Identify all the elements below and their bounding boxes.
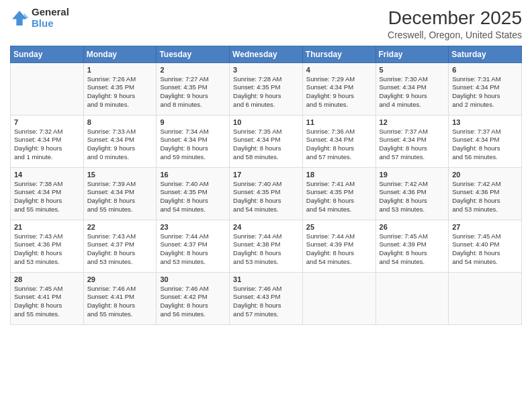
page-subtitle: Creswell, Oregon, United States [388,30,522,40]
calendar-cell: 31Sunrise: 7:46 AM Sunset: 4:43 PM Dayli… [230,272,303,324]
calendar-cell: 12Sunrise: 7:37 AM Sunset: 4:34 PM Dayli… [375,115,449,167]
calendar-cell: 29Sunrise: 7:46 AM Sunset: 4:41 PM Dayli… [83,272,157,324]
calendar-cell: 4Sunrise: 7:29 AM Sunset: 4:34 PM Daylig… [302,62,375,115]
logo-blue: Blue [32,18,69,30]
day-info: Sunrise: 7:29 AM Sunset: 4:34 PM Dayligh… [306,75,372,109]
calendar-cell: 23Sunrise: 7:44 AM Sunset: 4:37 PM Dayli… [157,220,230,272]
day-info: Sunrise: 7:26 AM Sunset: 4:35 PM Dayligh… [87,75,153,109]
calendar-cell: 24Sunrise: 7:44 AM Sunset: 4:38 PM Dayli… [230,220,303,272]
day-number: 7 [14,118,80,126]
calendar-cell: 14Sunrise: 7:38 AM Sunset: 4:34 PM Dayli… [11,167,84,220]
day-info: Sunrise: 7:39 AM Sunset: 4:34 PM Dayligh… [87,180,153,214]
col-tuesday: Tuesday [157,46,230,62]
calendar-cell: 7Sunrise: 7:32 AM Sunset: 4:34 PM Daylig… [11,115,84,167]
day-number: 31 [233,275,299,283]
calendar-cell: 18Sunrise: 7:41 AM Sunset: 4:35 PM Dayli… [302,167,375,220]
col-friday: Friday [375,46,449,62]
col-thursday: Thursday [302,46,375,62]
calendar-cell: 17Sunrise: 7:40 AM Sunset: 4:35 PM Dayli… [230,167,303,220]
day-number: 8 [87,118,153,126]
day-info: Sunrise: 7:45 AM Sunset: 4:40 PM Dayligh… [452,232,518,267]
page-container: General Blue December 2025 Creswell, Ore… [0,0,532,411]
day-info: Sunrise: 7:43 AM Sunset: 4:36 PM Dayligh… [14,232,80,267]
calendar-cell [11,62,84,115]
day-number: 13 [452,118,518,126]
day-info: Sunrise: 7:46 AM Sunset: 4:43 PM Dayligh… [233,285,299,319]
calendar-cell: 9Sunrise: 7:34 AM Sunset: 4:34 PM Daylig… [157,115,230,167]
calendar-cell: 1Sunrise: 7:26 AM Sunset: 4:35 PM Daylig… [83,62,157,115]
calendar-cell: 25Sunrise: 7:44 AM Sunset: 4:39 PM Dayli… [302,220,375,272]
calendar-cell: 21Sunrise: 7:43 AM Sunset: 4:36 PM Dayli… [11,220,84,272]
day-number: 22 [87,223,153,231]
day-info: Sunrise: 7:36 AM Sunset: 4:34 PM Dayligh… [306,128,372,162]
logo-icon [10,9,29,28]
calendar-cell: 6Sunrise: 7:31 AM Sunset: 4:34 PM Daylig… [449,62,522,115]
calendar-week-3: 14Sunrise: 7:38 AM Sunset: 4:34 PM Dayli… [11,167,522,220]
day-number: 26 [380,223,445,231]
calendar-cell: 28Sunrise: 7:45 AM Sunset: 4:41 PM Dayli… [11,272,84,324]
day-number: 20 [452,171,518,179]
calendar-cell: 19Sunrise: 7:42 AM Sunset: 4:36 PM Dayli… [375,167,449,220]
day-info: Sunrise: 7:42 AM Sunset: 4:36 PM Dayligh… [380,180,445,214]
day-number: 16 [160,171,226,179]
calendar-cell: 13Sunrise: 7:37 AM Sunset: 4:34 PM Dayli… [449,115,522,167]
day-number: 27 [452,223,518,231]
title-area: December 2025 Creswell, Oregon, United S… [388,7,522,40]
day-number: 29 [87,275,153,283]
day-info: Sunrise: 7:34 AM Sunset: 4:34 PM Dayligh… [160,128,226,162]
header: General Blue December 2025 Creswell, Ore… [10,7,522,40]
day-info: Sunrise: 7:33 AM Sunset: 4:34 PM Dayligh… [87,128,153,162]
day-info: Sunrise: 7:31 AM Sunset: 4:34 PM Dayligh… [452,75,518,109]
col-sunday: Sunday [11,46,84,62]
day-info: Sunrise: 7:43 AM Sunset: 4:37 PM Dayligh… [87,232,153,267]
calendar-week-4: 21Sunrise: 7:43 AM Sunset: 4:36 PM Dayli… [11,220,522,272]
day-number: 15 [87,171,153,179]
day-info: Sunrise: 7:45 AM Sunset: 4:39 PM Dayligh… [380,232,445,267]
day-info: Sunrise: 7:35 AM Sunset: 4:34 PM Dayligh… [233,128,299,162]
day-number: 2 [160,66,226,74]
calendar-body: 1Sunrise: 7:26 AM Sunset: 4:35 PM Daylig… [11,62,522,324]
calendar-cell: 16Sunrise: 7:40 AM Sunset: 4:35 PM Dayli… [157,167,230,220]
day-number: 3 [233,66,299,74]
day-number: 24 [233,223,299,231]
day-info: Sunrise: 7:28 AM Sunset: 4:35 PM Dayligh… [233,75,299,109]
calendar-cell: 10Sunrise: 7:35 AM Sunset: 4:34 PM Dayli… [230,115,303,167]
calendar-cell: 20Sunrise: 7:42 AM Sunset: 4:36 PM Dayli… [449,167,522,220]
day-number: 19 [380,171,445,179]
day-number: 17 [233,171,299,179]
calendar-cell: 11Sunrise: 7:36 AM Sunset: 4:34 PM Dayli… [302,115,375,167]
day-number: 28 [14,275,80,283]
day-info: Sunrise: 7:45 AM Sunset: 4:41 PM Dayligh… [14,285,80,319]
calendar-cell [302,272,375,324]
calendar-cell: 5Sunrise: 7:30 AM Sunset: 4:34 PM Daylig… [375,62,449,115]
day-number: 6 [452,66,518,74]
logo-text: General Blue [32,7,69,29]
day-info: Sunrise: 7:44 AM Sunset: 4:37 PM Dayligh… [160,232,226,267]
day-info: Sunrise: 7:44 AM Sunset: 4:38 PM Dayligh… [233,232,299,267]
col-monday: Monday [83,46,157,62]
day-info: Sunrise: 7:46 AM Sunset: 4:41 PM Dayligh… [87,285,153,319]
col-wednesday: Wednesday [230,46,303,62]
calendar-cell: 27Sunrise: 7:45 AM Sunset: 4:40 PM Dayli… [449,220,522,272]
day-number: 25 [306,223,372,231]
day-info: Sunrise: 7:30 AM Sunset: 4:34 PM Dayligh… [380,75,445,109]
day-number: 9 [160,118,226,126]
calendar-cell: 30Sunrise: 7:46 AM Sunset: 4:42 PM Dayli… [157,272,230,324]
day-info: Sunrise: 7:46 AM Sunset: 4:42 PM Dayligh… [160,285,226,319]
header-row: Sunday Monday Tuesday Wednesday Thursday… [11,46,522,62]
calendar-cell [449,272,522,324]
day-number: 23 [160,223,226,231]
day-info: Sunrise: 7:37 AM Sunset: 4:34 PM Dayligh… [452,128,518,162]
day-number: 14 [14,171,80,179]
day-number: 10 [233,118,299,126]
day-info: Sunrise: 7:44 AM Sunset: 4:39 PM Dayligh… [306,232,372,267]
calendar-table: Sunday Monday Tuesday Wednesday Thursday… [10,46,522,325]
day-number: 4 [306,66,372,74]
calendar-week-1: 1Sunrise: 7:26 AM Sunset: 4:35 PM Daylig… [11,62,522,115]
day-info: Sunrise: 7:27 AM Sunset: 4:35 PM Dayligh… [160,75,226,109]
calendar-cell: 3Sunrise: 7:28 AM Sunset: 4:35 PM Daylig… [230,62,303,115]
day-number: 5 [380,66,445,74]
day-number: 21 [14,223,80,231]
day-info: Sunrise: 7:40 AM Sunset: 4:35 PM Dayligh… [160,180,226,214]
calendar-cell: 15Sunrise: 7:39 AM Sunset: 4:34 PM Dayli… [83,167,157,220]
